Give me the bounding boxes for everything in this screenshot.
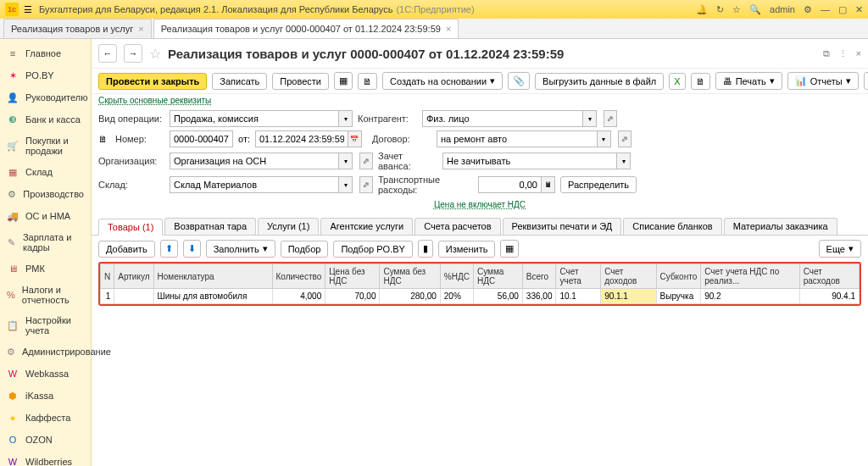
cell-subkonto[interactable]: Выручка	[656, 289, 701, 304]
move-down-button[interactable]: ⬇	[183, 240, 201, 258]
sidebar-item-13[interactable]: WWebkassa	[0, 363, 91, 385]
write-button[interactable]: Записать	[212, 73, 267, 90]
col-nomen[interactable]: Номенклатура	[153, 264, 272, 289]
favorite-icon[interactable]: ☆	[149, 46, 161, 62]
sidebar-item-16[interactable]: OOZON	[0, 429, 91, 451]
tab-document[interactable]: Реализация товаров и услуг 0000-000407 о…	[153, 19, 459, 38]
open-ref-icon[interactable]: ⬀	[618, 130, 632, 147]
contr-field[interactable]	[422, 110, 583, 127]
cell-acc-income[interactable]: 90.1.1	[601, 289, 656, 304]
post-button[interactable]: Провести	[272, 73, 329, 90]
col-nds-sum[interactable]: Сумма НДС	[473, 264, 522, 289]
tab-materials[interactable]: Материалы заказчика	[724, 218, 837, 235]
close-panel-icon[interactable]: ×	[856, 48, 861, 59]
calendar-icon[interactable]: 📅	[348, 130, 362, 147]
dropdown-icon[interactable]: ▾	[583, 110, 597, 127]
tab-agent[interactable]: Агентские услуги	[320, 218, 413, 235]
bell-icon[interactable]: 🔔	[696, 4, 708, 15]
col-subkonto[interactable]: Субконто	[656, 264, 701, 289]
col-sum[interactable]: Сумма без НДС	[380, 264, 440, 289]
menu-dots-icon[interactable]: ⋮	[838, 48, 848, 59]
sidebar-item-14[interactable]: ⬢iKassa	[0, 385, 91, 407]
sidebar-item-1[interactable]: ✶PO.BY	[0, 64, 91, 86]
date-field[interactable]	[255, 130, 348, 147]
structure-button[interactable]: 🗎	[358, 73, 377, 90]
cell-nds-pct[interactable]: 20%	[440, 289, 473, 304]
sidebar-item-3[interactable]: ❸Банк и касса	[0, 108, 91, 130]
table-row[interactable]: 1 Шины для автомобиля 4,000 70,00 280,00…	[101, 289, 860, 304]
col-acc[interactable]: Счет учета	[556, 264, 601, 289]
org-field[interactable]	[170, 153, 339, 169]
star-icon[interactable]: ☆	[732, 4, 741, 15]
dropdown-icon[interactable]: ▾	[339, 176, 353, 193]
sidebar-item-0[interactable]: ≡Главное	[0, 42, 91, 64]
tab-list[interactable]: Реализация товаров и услуг ×	[3, 19, 152, 38]
calc-icon[interactable]: 🖩	[542, 176, 555, 193]
col-total[interactable]: Всего	[522, 264, 556, 289]
sidebar-item-10[interactable]: %Налоги и отчетность	[0, 280, 91, 310]
menu-icon[interactable]: ☰	[24, 4, 32, 15]
price-mode-link[interactable]: Цена не включает НДС	[434, 200, 526, 209]
col-nds-pct[interactable]: %НДС	[440, 264, 473, 289]
sidebar-item-15[interactable]: ●Каффеста	[0, 407, 91, 429]
print-button[interactable]: 🖶 Печать ▾	[715, 72, 782, 90]
tab-services[interactable]: Услуги (1)	[258, 218, 319, 235]
col-acc-income[interactable]: Счет доходов	[601, 264, 656, 289]
num-field[interactable]	[170, 130, 233, 147]
close-icon[interactable]: ✕	[855, 4, 863, 15]
tab-close-icon[interactable]: ×	[138, 24, 143, 34]
col-price[interactable]: Цена без НДС	[326, 264, 380, 289]
add-row-button[interactable]: Добавить	[98, 241, 155, 258]
open-ref-icon[interactable]: ⬀	[604, 110, 617, 127]
attach-button[interactable]: 📎	[508, 72, 530, 90]
sidebar-item-5[interactable]: ▦Склад	[0, 161, 91, 183]
sidebar-item-8[interactable]: ✎Зарплата и кадры	[0, 227, 91, 258]
cell-nomen[interactable]: Шины для автомобиля	[153, 289, 272, 304]
tab-return-tara[interactable]: Возвратная тара	[164, 218, 256, 235]
col-n[interactable]: N	[101, 264, 114, 289]
dropdown-icon[interactable]: ▾	[617, 153, 631, 169]
show-log-button[interactable]: 🗎	[691, 73, 710, 90]
sklad-field[interactable]	[170, 176, 339, 193]
reports-button[interactable]: 📊 Отчеты ▾	[787, 72, 859, 90]
tab-blanks[interactable]: Списание бланков	[623, 218, 721, 235]
tab-close-icon[interactable]: ×	[446, 24, 451, 34]
hide-requisites-link[interactable]: Скрыть основные реквизиты	[92, 94, 868, 107]
settings-icon[interactable]: ⚙	[804, 4, 812, 15]
back-button[interactable]: ←	[98, 44, 117, 63]
sidebar-item-12[interactable]: ⚙Администрирование	[0, 341, 91, 363]
move-up-button[interactable]: ⬆	[160, 240, 178, 258]
dogovor-field[interactable]	[437, 130, 598, 147]
history-icon[interactable]: ↻	[716, 4, 724, 15]
dropdown-icon[interactable]: ▾	[339, 153, 353, 169]
pick-button[interactable]: Подбор	[281, 241, 329, 258]
distribute-button[interactable]: Распределить	[560, 176, 637, 193]
search-icon[interactable]: 🔍	[749, 4, 761, 15]
grid-more-button[interactable]: Еще ▾	[819, 240, 861, 258]
cell-sum[interactable]: 280,00	[380, 289, 440, 304]
cell-acc[interactable]: 10.1	[556, 289, 601, 304]
col-acc-cost[interactable]: Счет расходов	[799, 264, 859, 289]
tab-accounts[interactable]: Счета расчетов	[415, 218, 500, 235]
sidebar-item-17[interactable]: WWildberries	[0, 451, 91, 466]
cell-n[interactable]: 1	[101, 289, 114, 304]
create-based-on-button[interactable]: Создать на основании ▾	[382, 72, 503, 90]
open-new-window-icon[interactable]: ⧉	[823, 48, 830, 59]
zach-field[interactable]	[442, 153, 617, 169]
cell-total[interactable]: 336,00	[522, 289, 556, 304]
sidebar-item-7[interactable]: 🚚ОС и НМА	[0, 205, 91, 227]
cell-acc-nds[interactable]: 90.2	[701, 289, 799, 304]
excel-button[interactable]: X	[669, 73, 685, 90]
goods-table[interactable]: N Артикул Номенклатура Количество Цена б…	[100, 264, 860, 304]
maximize-icon[interactable]: ▢	[838, 4, 847, 15]
col-acc-nds[interactable]: Счет учета НДС по реализ...	[701, 264, 799, 289]
minimize-icon[interactable]: —	[821, 4, 830, 14]
cell-artikul[interactable]	[114, 289, 153, 304]
cell-acc-cost[interactable]: 90.4.1	[799, 289, 859, 304]
dropdown-icon[interactable]: ▾	[339, 110, 353, 127]
forward-button[interactable]: →	[124, 44, 142, 63]
open-ref-icon[interactable]: ⬀	[359, 153, 373, 169]
col-qty[interactable]: Количество	[272, 264, 326, 289]
post-and-close-button[interactable]: Провести и закрыть	[98, 73, 207, 90]
cell-nds-sum[interactable]: 56,00	[473, 289, 522, 304]
